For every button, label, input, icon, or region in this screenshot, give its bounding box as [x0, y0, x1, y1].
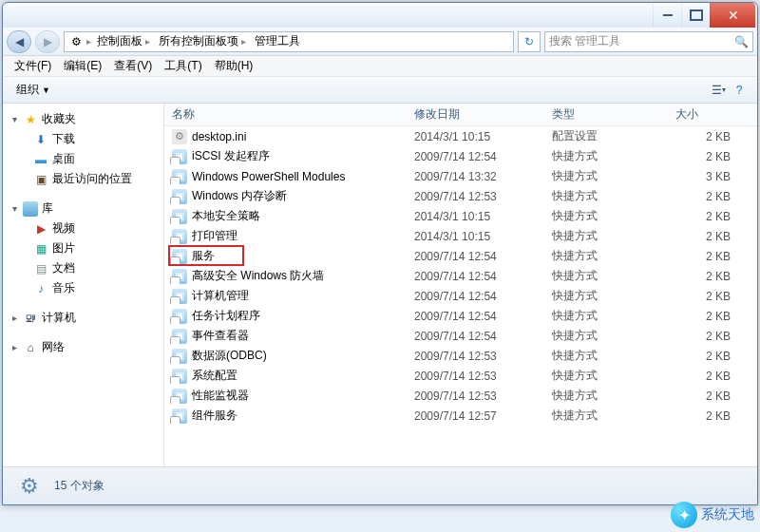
search-icon: 🔍 [734, 35, 749, 48]
file-size: 2 KB [668, 190, 757, 203]
download-icon: ⬇ [33, 132, 48, 147]
sidebar-label: 图片 [52, 240, 75, 256]
breadcrumb-seg[interactable]: 管理工具 [252, 32, 303, 50]
file-type: 快捷方式 [544, 308, 668, 324]
search-input[interactable]: 搜索 管理工具 🔍 [544, 31, 753, 52]
breadcrumb-seg[interactable]: 所有控制面板项▸ [156, 32, 249, 50]
file-row[interactable]: ▣性能监视器2009/7/14 12:53快捷方式2 KB [164, 386, 757, 406]
file-name: 性能监视器 [192, 388, 249, 404]
menu-view[interactable]: 查看(V) [108, 56, 158, 76]
file-row[interactable]: ⚙desktop.ini2014/3/1 10:15配置设置2 KB [164, 126, 757, 146]
file-type: 快捷方式 [544, 268, 668, 284]
file-date: 2009/7/14 12:54 [407, 150, 544, 163]
breadcrumb-label: 控制面板 [97, 33, 142, 49]
file-name: Windows PowerShell Modules [192, 170, 345, 183]
menu-help[interactable]: 帮助(H) [209, 56, 259, 76]
file-row[interactable]: ▣服务2009/7/14 12:54快捷方式2 KB [164, 246, 757, 266]
breadcrumb-seg[interactable]: 控制面板▸ [94, 32, 153, 50]
file-name: 数据源(ODBC) [192, 348, 267, 364]
sidebar-label: 库 [42, 200, 53, 217]
view-options-button[interactable]: ☰▾ [708, 80, 729, 101]
close-button[interactable]: ✕ [710, 3, 755, 28]
file-name: 打印管理 [192, 228, 238, 244]
file-icon: ▣ [172, 249, 187, 264]
file-date: 2014/3/1 10:15 [407, 210, 544, 223]
sidebar-libraries[interactable]: ▾库 [3, 199, 163, 218]
col-name[interactable]: 名称 [164, 106, 407, 123]
sidebar-network[interactable]: ▸⌂网络 [3, 337, 163, 357]
file-row[interactable]: ▣数据源(ODBC)2009/7/14 12:53快捷方式2 KB [164, 346, 757, 366]
sidebar-computer[interactable]: ▸🖳计算机 [3, 308, 163, 328]
file-row[interactable]: ▣打印管理2014/3/1 10:15快捷方式2 KB [164, 226, 757, 246]
col-date[interactable]: 修改日期 [407, 106, 544, 123]
status-count: 15 个对象 [54, 478, 104, 494]
file-name: 系统配置 [192, 368, 238, 384]
file-type: 快捷方式 [544, 148, 668, 164]
file-row[interactable]: ▣组件服务2009/7/14 12:57快捷方式2 KB [164, 406, 757, 426]
file-row[interactable]: ▣事件查看器2009/7/14 12:54快捷方式2 KB [164, 326, 757, 346]
file-date: 2009/7/14 12:53 [407, 350, 544, 363]
sidebar-music[interactable]: ♪音乐 [3, 278, 163, 298]
file-row[interactable]: ▣iSCSI 发起程序2009/7/14 12:54快捷方式2 KB [164, 146, 757, 166]
library-icon [23, 201, 38, 217]
sidebar-videos[interactable]: ▶视频 [3, 218, 163, 238]
breadcrumb-label: 管理工具 [255, 33, 300, 49]
back-button[interactable]: ◀ [7, 30, 31, 53]
file-size: 2 KB [668, 390, 757, 403]
file-type: 快捷方式 [544, 208, 668, 224]
file-type: 快捷方式 [544, 328, 668, 344]
search-placeholder: 搜索 管理工具 [549, 33, 620, 49]
file-row[interactable]: ▣计算机管理2009/7/14 12:54快捷方式2 KB [164, 286, 757, 306]
maximize-button[interactable] [681, 3, 710, 28]
file-type: 快捷方式 [544, 228, 668, 244]
file-row[interactable]: ▣本地安全策略2014/3/1 10:15快捷方式2 KB [164, 206, 757, 226]
col-size[interactable]: 大小 [668, 106, 757, 123]
file-type: 快捷方式 [544, 368, 668, 384]
video-icon: ▶ [33, 221, 48, 237]
file-date: 2009/7/14 13:32 [407, 170, 544, 183]
breadcrumb[interactable]: ⚙ ▸ 控制面板▸ 所有控制面板项▸ 管理工具 [64, 31, 514, 52]
chevron-right-icon: ▸ [86, 36, 91, 47]
menu-tools[interactable]: 工具(T) [159, 56, 207, 76]
file-date: 2009/7/14 12:54 [407, 310, 544, 323]
col-type[interactable]: 类型 [544, 106, 668, 123]
menu-edit[interactable]: 编辑(E) [58, 56, 107, 76]
star-icon: ★ [23, 112, 38, 127]
file-icon: ▣ [172, 389, 187, 404]
watermark-icon: ✦ [671, 502, 697, 528]
file-date: 2009/7/14 12:54 [407, 270, 544, 283]
forward-button[interactable]: ▶ [35, 30, 60, 53]
file-icon: ▣ [172, 269, 187, 284]
collapse-icon: ▾ [10, 203, 19, 214]
sidebar-recent[interactable]: ▣最近访问的位置 [3, 169, 163, 189]
file-row[interactable]: ▣任务计划程序2009/7/14 12:54快捷方式2 KB [164, 306, 757, 326]
sidebar-favorites[interactable]: ▾★收藏夹 [3, 109, 163, 129]
sidebar-pictures[interactable]: ▦图片 [3, 238, 163, 258]
chevron-right-icon: ▸ [145, 36, 150, 47]
file-icon: ▣ [172, 349, 187, 364]
file-size: 2 KB [668, 250, 757, 263]
file-row[interactable]: ▣高级安全 Windows 防火墙2009/7/14 12:54快捷方式2 KB [164, 266, 757, 286]
file-date: 2009/7/14 12:57 [407, 409, 544, 423]
file-icon: ▣ [172, 408, 187, 424]
minimize-button[interactable] [653, 3, 681, 28]
file-size: 2 KB [668, 370, 757, 383]
file-row[interactable]: ▣系统配置2009/7/14 12:53快捷方式2 KB [164, 366, 757, 386]
file-type: 快捷方式 [544, 348, 668, 364]
file-date: 2009/7/14 12:53 [407, 370, 544, 383]
refresh-button[interactable]: ↻ [518, 31, 541, 52]
menu-file[interactable]: 文件(F) [9, 56, 57, 76]
folder-icon: ⚙ [14, 471, 45, 502]
file-row[interactable]: ▣Windows 内存诊断2009/7/14 12:53快捷方式2 KB [164, 186, 757, 206]
sidebar-desktop[interactable]: ▬桌面 [3, 149, 163, 169]
navbar: ◀ ▶ ⚙ ▸ 控制面板▸ 所有控制面板项▸ 管理工具 ↻ 搜索 管理工具 🔍 [3, 28, 757, 56]
file-icon: ▣ [172, 209, 187, 224]
sidebar-documents[interactable]: ▤文档 [3, 258, 163, 278]
help-button[interactable]: ? [729, 80, 750, 101]
file-icon: ▣ [172, 149, 187, 164]
file-size: 3 KB [668, 170, 757, 183]
file-row[interactable]: ▣Windows PowerShell Modules2009/7/14 13:… [164, 166, 757, 186]
file-icon: ▣ [172, 229, 187, 244]
sidebar-downloads[interactable]: ⬇下载 [3, 129, 163, 149]
organize-button[interactable]: 组织 ▼ [10, 80, 56, 100]
